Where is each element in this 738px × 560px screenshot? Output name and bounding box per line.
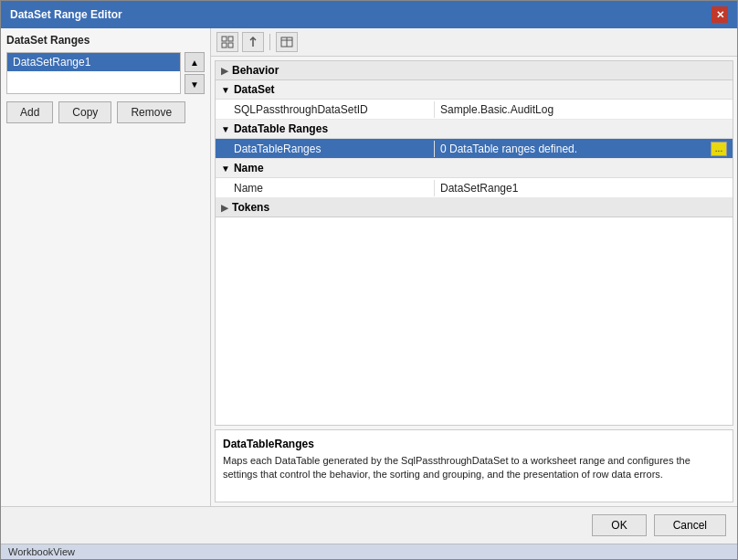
ellipsis-button[interactable]: ...: [711, 142, 727, 156]
toolbar-btn-2[interactable]: [242, 32, 264, 52]
sort-icon: [248, 36, 258, 48]
add-button[interactable]: Add: [6, 101, 53, 123]
name-section-header[interactable]: ▼ Name: [216, 159, 733, 178]
up-down-buttons: ▲ ▼: [184, 52, 205, 94]
tokens-expand-icon: ▶: [221, 203, 228, 213]
sqldataset-row: SQLPassthroughDataSetID Sample.Basic.Aud…: [216, 100, 733, 120]
left-panel-header: DataSet Ranges: [6, 34, 205, 47]
toolbar: [211, 28, 737, 57]
dataset-section-label: DataSet: [234, 83, 275, 96]
title-bar: DataSet Range Editor ✕: [1, 1, 737, 28]
datatable-ranges-name: DataTableRanges: [216, 141, 435, 157]
datatable-ranges-value: 0 DataTable ranges defined. ...: [435, 140, 733, 158]
dataset-range-editor-dialog: DataSet Range Editor ✕ DataSet Ranges Da…: [0, 0, 738, 560]
svg-rect-2: [222, 43, 227, 48]
bottom-strip: WorkbookView: [1, 544, 737, 559]
info-title: DataTableRanges: [223, 438, 725, 450]
toolbar-separator: [269, 34, 270, 50]
datatable-section-label: DataTable Ranges: [234, 122, 328, 135]
tokens-label: Tokens: [232, 201, 269, 214]
cancel-button[interactable]: Cancel: [654, 514, 726, 536]
dataset-list[interactable]: DataSetRange1: [6, 52, 181, 94]
behavior-section-header[interactable]: ▶ Behavior: [216, 61, 733, 80]
toolbar-btn-1[interactable]: [216, 32, 238, 52]
datatable-section-header[interactable]: ▼ DataTable Ranges: [216, 120, 733, 139]
close-button[interactable]: ✕: [712, 6, 728, 23]
ok-button[interactable]: OK: [592, 514, 646, 536]
table-icon: [280, 37, 293, 48]
dataset-expand-icon: ▼: [221, 85, 230, 95]
svg-rect-3: [228, 43, 233, 48]
behavior-expand-icon: ▶: [221, 66, 228, 76]
name-expand-icon: ▼: [221, 164, 230, 174]
right-panel: ▶ Behavior ▼ DataSet SQLPassthroughDataS…: [211, 28, 737, 506]
datatable-expand-icon: ▼: [221, 124, 230, 134]
info-text: Maps each DataTable generated by the Sql…: [223, 454, 725, 482]
properties-area: ▶ Behavior ▼ DataSet SQLPassthroughDataS…: [215, 60, 733, 426]
name-row: Name DataSetRange1: [216, 178, 733, 198]
move-down-button[interactable]: ▼: [184, 74, 205, 94]
grid-icon: [221, 36, 234, 48]
dialog-body: DataSet Ranges DataSetRange1 ▲ ▼ Add Cop…: [1, 28, 737, 506]
sqldataset-name: SQLPassthroughDataSetID: [216, 101, 435, 118]
workbook-view-label: WorkbookView: [8, 546, 75, 557]
name-prop-value: DataSetRange1: [435, 180, 733, 196]
datatable-ranges-row[interactable]: DataTableRanges 0 DataTable ranges defin…: [216, 139, 733, 159]
remove-button[interactable]: Remove: [117, 101, 185, 123]
sqldataset-value: Sample.Basic.AuditLog: [435, 101, 733, 118]
svg-rect-0: [222, 37, 227, 41]
dataset-section-header[interactable]: ▼ DataSet: [216, 80, 733, 100]
list-row: DataSetRange1 ▲ ▼: [6, 52, 205, 94]
left-panel: DataSet Ranges DataSetRange1 ▲ ▼ Add Cop…: [1, 28, 211, 506]
tokens-section-header[interactable]: ▶ Tokens: [216, 198, 733, 217]
bottom-buttons: Add Copy Remove: [6, 101, 205, 123]
svg-rect-1: [228, 37, 233, 41]
name-prop-name: Name: [216, 180, 435, 196]
move-up-button[interactable]: ▲: [184, 52, 205, 72]
behavior-label: Behavior: [232, 64, 279, 77]
toolbar-btn-3[interactable]: [276, 32, 298, 52]
name-section-label: Name: [234, 162, 264, 174]
copy-button[interactable]: Copy: [58, 101, 111, 123]
dialog-footer: OK Cancel: [1, 506, 737, 544]
dialog-title: DataSet Range Editor: [10, 8, 122, 21]
info-panel: DataTableRanges Maps each DataTable gene…: [215, 429, 733, 502]
dataset-item[interactable]: DataSetRange1: [7, 53, 180, 71]
